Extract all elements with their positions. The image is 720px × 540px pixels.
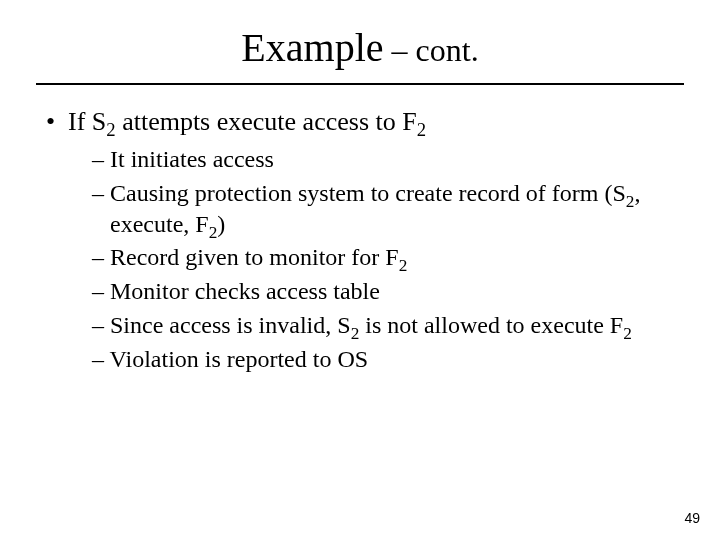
subscript: 2 [106,119,115,140]
bullet-level2: – It initiates access [40,144,680,175]
text-fragment: attempts execute access to F [116,107,417,136]
bullet-level2: – Causing protection system to create re… [40,178,680,239]
text-fragment: Monitor checks access table [110,278,380,304]
dash-icon: – [92,278,110,304]
text-fragment: Record given to monitor for F [110,244,399,270]
text-fragment: Since access is invalid, S [110,312,351,338]
subscript: 2 [351,324,360,343]
text-fragment: ) [217,211,225,237]
dash-icon: – [92,146,110,172]
bullet-level1: •If S2 attempts execute access to F2 [40,105,680,138]
bullet-level2: – Violation is reported to OS [40,344,680,375]
text-fragment: Violation is reported to OS [110,346,369,372]
dash-icon: – [92,346,110,372]
slide: Example – cont. •If S2 attempts execute … [0,0,720,540]
text-fragment: is not allowed to execute F [359,312,623,338]
page-number: 49 [684,510,700,526]
slide-body: •If S2 attempts execute access to F2 – I… [0,85,720,374]
text-fragment: Causing protection system to create reco… [110,180,626,206]
title-suffix: – cont. [384,32,479,68]
dash-icon: – [92,312,110,338]
dash-icon: – [92,244,110,270]
dash-icon: – [92,180,110,206]
bullet-dot-icon: • [46,105,68,138]
bullet-level2: – Record given to monitor for F2 [40,242,680,273]
subscript: 2 [209,223,218,242]
subscript: 2 [417,119,426,140]
subscript: 2 [399,256,408,275]
title-main: Example [241,25,383,70]
text-fragment: If S [68,107,106,136]
bullet-level2: – Since access is invalid, S2 is not all… [40,310,680,341]
subscript: 2 [626,192,635,211]
text-fragment: It initiates access [110,146,274,172]
subscript: 2 [623,324,632,343]
slide-title: Example – cont. [0,0,720,79]
bullet-level2: – Monitor checks access table [40,276,680,307]
